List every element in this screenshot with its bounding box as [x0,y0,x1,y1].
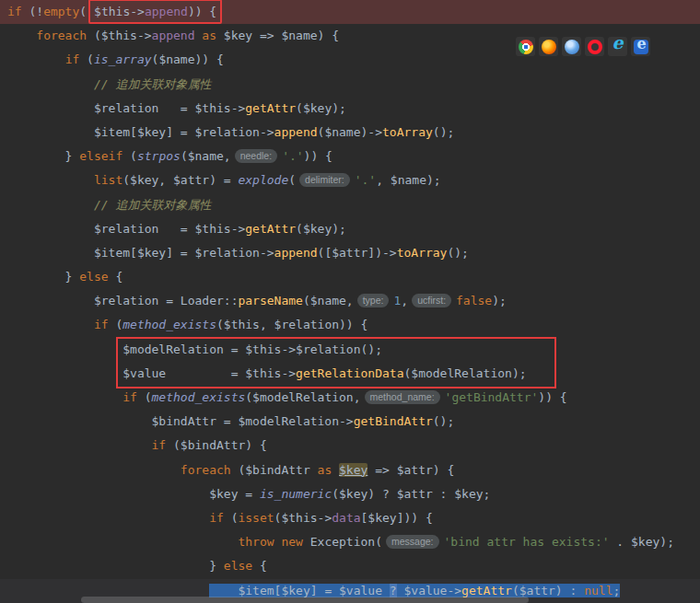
code-token [7,173,94,187]
code-token: { [109,270,123,284]
code-token: ($modelRelation); [403,366,526,380]
keyword-token: throw [238,535,274,549]
code-line[interactable]: if ($bindAttr) { [0,434,700,458]
code-line[interactable]: } else { [0,554,700,578]
code-token: $key => $name) { [216,29,339,42]
method-call-token: getRelationData [296,366,403,380]
code-line[interactable]: // 追加关联对象属性 [0,73,700,97]
code-token: ( [224,511,239,525]
method-call-token: getAttr [245,222,296,236]
code-token: $relation = $this-> [7,222,245,236]
code-line[interactable]: $bindAttr = $modelRelation->getBindAttr(… [0,410,700,434]
code-token: (); [433,125,454,139]
parameter-hint: needle: [235,149,277,163]
code-token: (); [447,246,468,260]
code-line[interactable]: foreach ($bindAttr as $key => $attr) { [0,458,700,482]
internet-explorer-icon[interactable] [608,37,627,56]
code-line[interactable]: if (!empty($this->append)) { [0,0,700,24]
code-token [7,198,94,212]
inline-annotation-box: $this->append)) { [88,0,222,24]
highlighted-identifier: $key [339,463,368,477]
keyword-token: list [94,173,122,187]
code-line[interactable]: $key = is_numeric($key) ? $attr : $key; [0,482,700,506]
code-line[interactable]: $value = $this->getRelationData($modelRe… [0,362,700,386]
code-line[interactable]: if (method_exists($modelRelation,method_… [0,386,700,410]
code-line[interactable]: throw new Exception(message:'bind attr h… [0,530,700,554]
horizontal-scrollbar-thumb[interactable] [81,597,529,603]
keyword-token: as [202,29,216,42]
code-token: ($name)-> [318,125,382,139]
method-call-token: getAttr [461,584,512,597]
keyword-token: new [281,535,302,549]
builtin-function-token: method_exists [152,390,246,404]
code-token [7,463,181,477]
opera-icon [588,40,602,54]
code-line[interactable]: $modelRelation = $this->$relation(); [0,338,700,362]
code-token: $item[$key] = $relation-> [7,125,274,139]
keyword-token: else [224,559,252,573]
code-line[interactable]: $relation = $this->getAttr($key); [0,97,700,121]
keyword-token: foreach [181,463,231,477]
method-call-token: parseName [238,294,302,307]
code-token: { [252,559,267,573]
code-line[interactable]: $item[$key] = $relation->append($name)->… [0,121,700,145]
keyword-token: if [7,5,22,18]
code-token: ( [79,52,94,66]
field-token: append [152,29,195,42]
keyword-token: if [94,318,109,331]
code-token: [$key])) { [361,511,433,525]
string-token: '.' [355,173,376,187]
browser-icon-row [516,37,650,56]
code-token: $item[$key] = $relation-> [7,246,274,260]
keyword-token: else [79,270,108,284]
code-line[interactable]: if (isset($this->data[$key])) { [0,506,700,530]
opera-icon[interactable] [585,37,604,56]
code-token: ( [137,390,152,404]
code-token: (! [22,5,43,18]
chromium-icon[interactable] [562,37,581,56]
code-token: ($this-> [87,29,151,42]
code-token: ( [109,318,123,331]
code-token: ($key); [296,222,346,236]
builtin-function-token: strpos [137,149,181,163]
method-call-token: getAttr [245,101,296,115]
string-token: '.' [282,149,303,163]
code-token [7,318,94,331]
code-token: (); [433,414,454,428]
firefox-icon [542,40,556,54]
code-token: )) { [304,149,332,163]
edge-icon[interactable] [631,37,650,56]
code-token: ? [390,584,397,597]
chrome-icon[interactable] [516,37,535,56]
code-line[interactable]: $relation = $this->getAttr($key); [0,217,700,241]
code-token: ($this-> [274,511,332,525]
code-token: } [7,559,224,573]
keyword-token: isset [238,511,274,525]
code-line[interactable]: // 追加关联对象属性 [0,193,700,217]
keyword-token: empty [43,5,79,18]
code-line[interactable]: $relation = Loader::parseName($name,type… [0,289,700,313]
builtin-function-token: is_array [94,52,152,66]
code-token: ( [79,5,87,18]
keyword-token: if [152,438,167,452]
code-line[interactable]: list($key, $attr) = explode(delimiter:'.… [0,168,700,192]
code-line[interactable]: } else { [0,265,700,289]
code-line[interactable]: if (method_exists($this, $relation)) { [0,313,700,337]
comment-token: // 追加关联对象属性 [94,77,211,91]
firefox-icon[interactable] [539,37,558,56]
method-call-token: append [274,246,318,260]
keyword-token: false [456,294,492,307]
internet-explorer-icon [611,40,625,54]
code-line[interactable]: $item[$key] = $relation->append([$attr])… [0,241,700,265]
code-token: , $name); [376,173,440,187]
code-editor[interactable]: if (!empty($this->append)) { foreach ($t… [0,0,700,603]
parameter-hint: ucfirst: [412,294,451,307]
code-token: ($key) ? $attr : $key; [332,487,490,501]
code-token: => $attr) { [368,463,454,477]
code-token: $value = $this-> [7,366,296,380]
code-token: ($bindAttr) { [166,438,267,452]
code-line[interactable]: } elseif (strpos($name,needle:'.')) { [0,145,700,168]
builtin-function-token: method_exists [122,318,216,331]
code-token: $relation = $this-> [7,101,245,115]
keyword-token: elseif [79,149,122,163]
